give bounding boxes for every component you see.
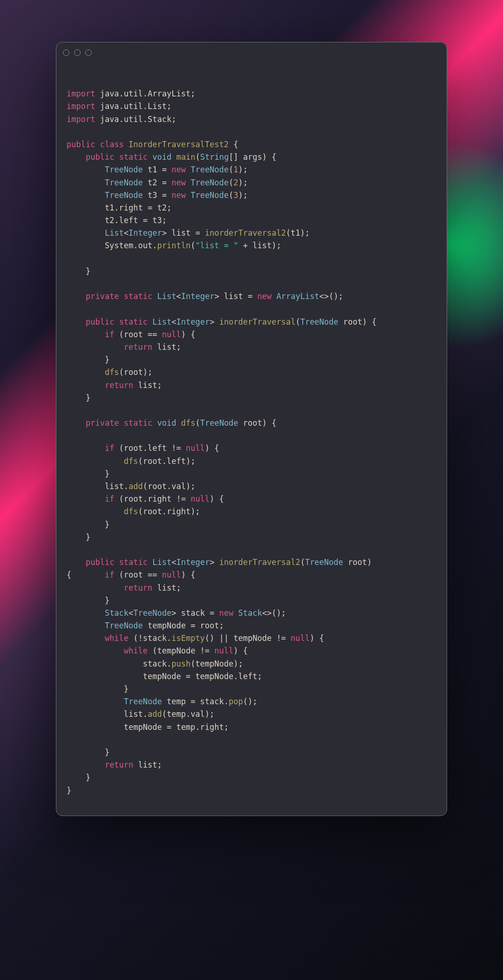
code-token — [67, 494, 105, 504]
code-token: { — [67, 570, 105, 579]
code-window: import java.util.ArrayList; import java.… — [56, 42, 447, 816]
code-token: < — [171, 317, 176, 327]
code-token: if — [105, 570, 114, 579]
code-token: ArrayList — [276, 292, 319, 301]
code-line: public static List<Integer> inorderTrave… — [67, 558, 376, 567]
code-token: null — [190, 494, 210, 504]
code-line: stack.push(tempNode); — [67, 659, 243, 668]
code-token — [67, 191, 105, 200]
code-token: [] args) { — [229, 152, 276, 162]
code-token — [67, 646, 124, 655]
code-token: Integer — [129, 228, 162, 238]
code-token — [67, 633, 105, 643]
code-line: while (!stack.isEmpty() || tempNode != n… — [67, 633, 324, 643]
code-token: "list = " — [195, 241, 238, 250]
code-token — [148, 152, 152, 162]
code-token: public — [67, 140, 95, 149]
code-token: } — [67, 355, 109, 364]
code-line: TreeNode tempNode = root; — [67, 621, 224, 630]
code-token — [67, 558, 86, 567]
code-line: import java.util.Stack; — [67, 115, 176, 124]
traffic-light-zoom-icon[interactable] — [85, 49, 92, 56]
code-token: (!stack. — [129, 633, 171, 643]
code-token: ( — [229, 178, 233, 187]
code-token — [148, 317, 152, 327]
code-token: new — [171, 178, 186, 187]
code-line: tempNode = temp.right; — [67, 722, 229, 732]
code-token — [171, 152, 176, 162]
code-token: static — [119, 152, 148, 162]
code-token: public — [86, 152, 114, 162]
code-token — [233, 608, 238, 618]
code-token — [152, 292, 157, 301]
code-token: } — [67, 532, 90, 542]
code-line: if (root.left != null) { — [67, 443, 219, 453]
code-line — [67, 127, 71, 136]
code-token: null — [214, 646, 233, 655]
code-token: } — [67, 748, 109, 757]
code-token — [114, 152, 119, 162]
code-line: private static List<Integer> list = new … — [67, 292, 343, 301]
code-line: } — [67, 596, 109, 605]
code-token: TreeNode — [105, 178, 143, 187]
traffic-light-minimize-icon[interactable] — [74, 49, 81, 56]
code-line: return list; — [67, 583, 181, 592]
code-token: list; — [133, 760, 162, 769]
code-token: (root.val); — [143, 482, 196, 491]
code-line: Stack<TreeNode> stack = new Stack<>(); — [67, 608, 286, 618]
code-token: dfs — [181, 418, 196, 428]
code-token: TreeNode — [190, 191, 229, 200]
code-token: java.util.ArrayList; — [95, 89, 195, 98]
code-line: private static void dfs(TreeNode root) { — [67, 418, 276, 428]
code-token: null — [162, 570, 181, 579]
code-token: List — [105, 228, 124, 238]
code-token: stack. — [67, 659, 171, 668]
code-token — [67, 443, 105, 453]
code-token: TreeNode — [124, 697, 162, 706]
code-line: } — [67, 393, 90, 402]
code-token — [114, 558, 119, 567]
code-token: t3 = — [143, 191, 171, 200]
code-line: return list; — [67, 342, 181, 352]
code-token: static — [124, 292, 152, 301]
code-token: ( — [229, 165, 233, 174]
code-token: java.util.Stack; — [95, 115, 176, 124]
code-token: return — [124, 342, 152, 352]
code-token — [67, 418, 86, 428]
code-token: (root.right != — [114, 494, 190, 504]
code-token: root) { — [339, 317, 377, 327]
code-token: ( — [195, 418, 200, 428]
code-token: push — [171, 659, 190, 668]
code-token: > list = — [214, 292, 257, 301]
code-token: ) { — [210, 494, 224, 504]
code-token — [67, 228, 105, 238]
code-token — [114, 317, 119, 327]
code-token: ( — [195, 152, 200, 162]
code-line — [67, 735, 71, 744]
code-token: ( — [300, 558, 305, 567]
code-token: temp = stack. — [162, 697, 229, 706]
code-line: } — [67, 748, 109, 757]
code-token: root) { — [238, 418, 277, 428]
code-line: } — [67, 773, 90, 782]
code-token: return — [105, 381, 133, 390]
code-token: } — [67, 773, 90, 782]
code-token: } — [67, 520, 109, 529]
code-token: list. — [67, 482, 129, 491]
code-token: Integer — [177, 558, 210, 567]
traffic-light-close-icon[interactable] — [63, 49, 69, 56]
code-block: import java.util.ArrayList; import java.… — [56, 63, 447, 816]
code-token: 2 — [233, 178, 238, 187]
code-line — [67, 545, 71, 554]
code-line — [67, 406, 71, 415]
code-token: ( — [229, 191, 233, 200]
code-token: import — [67, 89, 95, 98]
code-token: 1 — [233, 165, 238, 174]
code-token: private — [86, 292, 119, 301]
code-line: } — [67, 266, 90, 276]
code-token: List — [152, 317, 171, 327]
code-token: list; — [152, 342, 181, 352]
code-token: (root.left); — [138, 456, 196, 466]
code-token — [67, 368, 105, 377]
code-token: () || tempNode != — [205, 633, 291, 643]
